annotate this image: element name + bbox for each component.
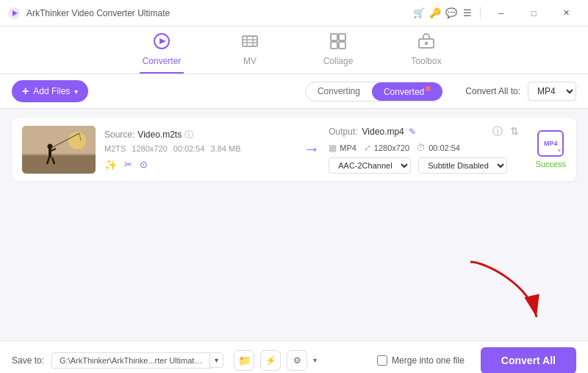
tab-toolbox-label: Toolbox bbox=[411, 56, 441, 66]
mv-icon bbox=[241, 32, 259, 53]
output-duration: 00:02:54 bbox=[429, 143, 460, 152]
success-badge: MP4 ▾ Success bbox=[535, 130, 566, 168]
tab-toolbox[interactable]: Toolbox bbox=[404, 32, 448, 74]
convert-all-button[interactable]: Convert All bbox=[481, 347, 576, 374]
output-resolution-item: ⤢ 1280x720 bbox=[364, 143, 409, 153]
save-path-dropdown[interactable]: ▾ bbox=[209, 352, 223, 368]
tab-converter[interactable]: Converter bbox=[140, 32, 184, 74]
cart-icon[interactable]: 🛒 bbox=[412, 7, 426, 20]
tab-collage[interactable]: Collage bbox=[316, 32, 360, 74]
edit-output-icon[interactable]: ✎ bbox=[409, 127, 416, 137]
app-logo bbox=[7, 7, 21, 20]
tab-mv-label: MV bbox=[243, 56, 257, 66]
meta-format: M2TS bbox=[104, 144, 126, 153]
audio-channel-select[interactable]: AAC-2Channel bbox=[329, 157, 411, 174]
source-info: Source: Video.m2ts ⓘ bbox=[104, 129, 295, 141]
svg-rect-5 bbox=[331, 34, 337, 40]
clock-icon: ⏱ bbox=[417, 143, 426, 153]
title-bar-controls: 🛒 🔑 💬 ☰ ─ □ ✕ bbox=[412, 3, 581, 24]
app-title: ArkThinker Video Converter Ultimate bbox=[26, 8, 412, 18]
save-to-label: Save to: bbox=[12, 355, 44, 366]
svg-rect-6 bbox=[339, 34, 345, 40]
file-meta: M2TS 1280x720 00:02:54 3.84 MB bbox=[104, 144, 295, 153]
minimize-button[interactable]: ─ bbox=[487, 3, 516, 24]
output-resolution: 1280x720 bbox=[374, 143, 409, 152]
converter-icon bbox=[153, 32, 171, 53]
format-icon: ▦ bbox=[329, 143, 337, 153]
meta-duration: 00:02:54 bbox=[173, 144, 205, 153]
settings-icon-2[interactable]: ⚙ bbox=[287, 350, 307, 371]
chat-icon[interactable]: 💬 bbox=[445, 7, 458, 20]
settings-dropdown-icon[interactable]: ▾ bbox=[313, 356, 317, 364]
dropdown-icon: ▾ bbox=[558, 147, 561, 154]
info-output-icon[interactable]: ⓘ bbox=[492, 125, 503, 138]
key-icon[interactable]: 🔑 bbox=[429, 7, 442, 20]
converted-dot bbox=[426, 86, 431, 91]
success-text: Success bbox=[535, 160, 566, 168]
save-path-input[interactable]: G:\ArkThinker\ArkThinke...rter Ultimate\… bbox=[51, 352, 213, 369]
convert-all-to-label: Convert All to: bbox=[465, 86, 520, 96]
info-icon[interactable]: ⓘ bbox=[184, 129, 193, 141]
title-bar: ArkThinker Video Converter Ultimate 🛒 🔑 … bbox=[0, 0, 588, 26]
convert-arrow-icon: → bbox=[304, 140, 320, 159]
merge-label: Merge into one file bbox=[392, 355, 465, 366]
svg-rect-8 bbox=[339, 42, 345, 49]
svg-rect-14 bbox=[22, 154, 96, 156]
output-label: Output: bbox=[329, 127, 357, 137]
svg-rect-10 bbox=[425, 42, 428, 45]
nav-tabs: Converter MV Collage bbox=[0, 26, 588, 74]
convert-all-format-select[interactable]: MP4 MOV AVI MKV bbox=[528, 82, 576, 101]
converted-label: Converted bbox=[384, 87, 424, 97]
output-details: ▦ MP4 ⤢ 1280x720 ⏱ 00:02:54 bbox=[329, 143, 519, 153]
trim-icon[interactable]: ✂ bbox=[124, 159, 132, 170]
success-icon-box[interactable]: MP4 ▾ bbox=[537, 130, 564, 157]
output-header-actions: ⓘ ⇅ bbox=[492, 125, 519, 138]
output-format-item: ▦ MP4 bbox=[329, 143, 356, 153]
meta-size: 3.84 MB bbox=[211, 144, 241, 153]
toolbox-icon bbox=[417, 32, 435, 53]
file-card: Source: Video.m2ts ⓘ M2TS 1280x720 00:02… bbox=[12, 118, 576, 181]
tab-converter-label: Converter bbox=[143, 56, 182, 66]
meta-resolution: 1280x720 bbox=[132, 144, 167, 153]
file-thumbnail bbox=[22, 126, 96, 174]
settings-icon-1[interactable]: ⚡ bbox=[260, 350, 281, 371]
file-actions: ✨ ✂ ⊙ bbox=[104, 159, 295, 171]
converting-label: Converting bbox=[318, 86, 360, 96]
output-audio-details: AAC-2Channel Subtitle Disabled bbox=[329, 157, 519, 174]
maximize-button[interactable]: □ bbox=[519, 3, 548, 24]
tab-collage-label: Collage bbox=[323, 56, 354, 66]
upload-icon[interactable]: ⇅ bbox=[510, 125, 519, 138]
svg-rect-4 bbox=[243, 36, 257, 46]
output-format: MP4 bbox=[340, 143, 356, 152]
source-value: Video.m2ts bbox=[137, 129, 182, 140]
merge-checkbox-area: Merge into one file bbox=[377, 355, 465, 366]
bottom-action-icons: 📁 ⚡ ⚙ ▾ bbox=[234, 350, 317, 371]
output-header: Output: Video.mp4 ✎ ⓘ ⇅ bbox=[329, 125, 519, 138]
toolbar: + Add Files ▾ Converting Converted Conve… bbox=[0, 74, 588, 109]
file-info: Source: Video.m2ts ⓘ M2TS 1280x720 00:02… bbox=[104, 129, 295, 171]
svg-rect-7 bbox=[331, 42, 337, 49]
add-files-button[interactable]: + Add Files ▾ bbox=[12, 80, 88, 102]
output-value: Video.mp4 bbox=[362, 127, 404, 137]
menu-icon[interactable]: ☰ bbox=[461, 7, 474, 20]
output-duration-item: ⏱ 00:02:54 bbox=[417, 143, 460, 153]
collage-icon bbox=[329, 32, 347, 53]
converted-tab[interactable]: Converted bbox=[372, 82, 442, 101]
status-tab-switcher: Converting Converted bbox=[305, 82, 443, 102]
svg-rect-16 bbox=[49, 149, 51, 157]
bottom-bar: Save to: G:\ArkThinker\ArkThinke...rter … bbox=[0, 341, 588, 373]
add-files-dropdown-icon: ▾ bbox=[74, 88, 78, 96]
merge-checkbox[interactable] bbox=[377, 355, 387, 366]
enhance-icon[interactable]: ✨ bbox=[104, 159, 117, 171]
folder-icon[interactable]: 📁 bbox=[234, 350, 254, 371]
add-files-label: Add Files bbox=[33, 86, 70, 96]
subtitle-select[interactable]: Subtitle Disabled bbox=[418, 157, 507, 174]
converting-tab[interactable]: Converting bbox=[306, 82, 372, 101]
effect-icon[interactable]: ⊙ bbox=[140, 159, 148, 170]
save-path-area: G:\ArkThinker\ArkThinke...rter Ultimate\… bbox=[51, 352, 223, 369]
close-button[interactable]: ✕ bbox=[551, 3, 581, 24]
resolution-icon: ⤢ bbox=[364, 143, 371, 153]
success-format-label: MP4 bbox=[544, 141, 558, 147]
plus-icon: + bbox=[22, 85, 29, 98]
tab-mv[interactable]: MV bbox=[228, 32, 272, 74]
